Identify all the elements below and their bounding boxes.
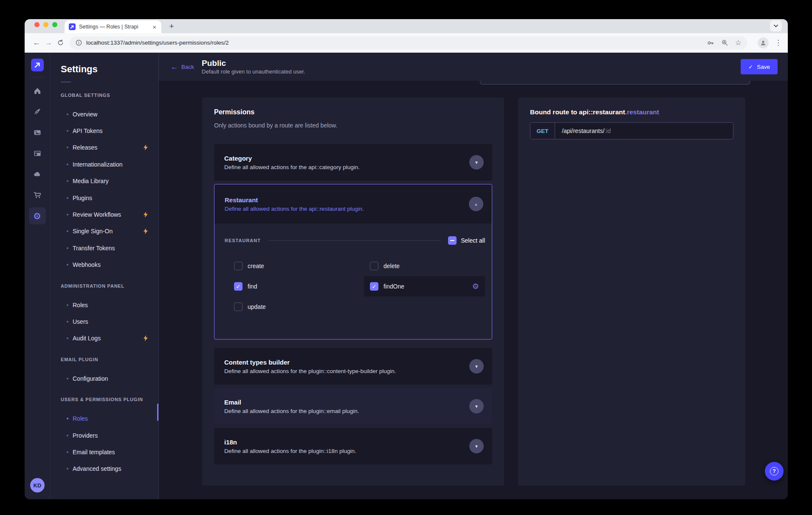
update-checkbox[interactable]: [234, 303, 242, 311]
accordion-email: Email Define all allowed actions for the…: [214, 388, 492, 424]
user-avatar[interactable]: KD: [30, 478, 45, 492]
accordion-category-header[interactable]: Category Define all allowed actions for …: [214, 144, 492, 181]
page-header: ← Back Public Default role given to unau…: [159, 53, 788, 81]
rail-divider: [30, 77, 45, 77]
select-all-control[interactable]: Select all: [448, 236, 485, 245]
check-icon: ✓: [748, 64, 753, 70]
lightning-icon: [143, 228, 148, 234]
save-button[interactable]: ✓ Save: [741, 59, 778, 74]
sidebar-item-admin-roles[interactable]: Roles: [61, 297, 149, 313]
bullet: [67, 197, 68, 199]
accordion-category: Category Define all allowed actions for …: [214, 144, 492, 181]
accordion-i18n-header[interactable]: i18n Define all allowed actions for the …: [214, 428, 492, 464]
section-label: USERS & PERMISSIONS PLUGIN: [61, 397, 158, 404]
chevron-up-icon[interactable]: ▲: [469, 197, 483, 211]
action-findone[interactable]: ✓ findOne ⚙: [364, 276, 485, 297]
findone-checkbox[interactable]: ✓: [370, 282, 378, 291]
fullscreen-window-button[interactable]: [52, 22, 57, 27]
bullet: [67, 451, 68, 453]
bullet: [67, 378, 68, 379]
action-find[interactable]: ✓ find: [234, 276, 370, 297]
http-method-badge: GET: [530, 123, 555, 139]
find-checkbox[interactable]: ✓: [234, 282, 242, 291]
subnav-title: Settings: [61, 64, 158, 75]
address-bar[interactable]: localhost:1337/admin/settings/users-perm…: [70, 37, 747, 49]
sidebar-item-providers[interactable]: Providers: [61, 427, 149, 444]
accordion-email-header[interactable]: Email Define all allowed actions for the…: [214, 388, 492, 424]
sidebar-item-audit-logs[interactable]: Audit Logs: [61, 330, 149, 347]
cloud-icon[interactable]: [29, 166, 46, 183]
settings-subnav: Settings GLOBAL SETTINGS Overview API To…: [50, 53, 159, 499]
sidebar-item-review-workflows[interactable]: Review Workflows: [61, 206, 149, 223]
strapi-logo[interactable]: [31, 59, 44, 71]
section-email-plugin: EMAIL PLUGIN Configuration: [61, 357, 158, 387]
chevron-down-icon[interactable]: ▼: [469, 439, 484, 453]
forward-nav-button[interactable]: →: [42, 37, 54, 49]
media-library-icon[interactable]: [29, 124, 46, 141]
browser-profile-avatar[interactable]: [758, 37, 769, 48]
restaurant-permissions-body: RESTAURANT Select all: [214, 224, 492, 339]
chevron-down-icon[interactable]: ▼: [469, 155, 484, 170]
route-path: /api/restaurants/:id: [555, 127, 611, 134]
sidebar-item-releases[interactable]: Releases: [61, 139, 149, 156]
content-type-builder-icon[interactable]: [29, 145, 46, 162]
sidebar-item-plugins[interactable]: Plugins: [61, 190, 149, 206]
sidebar-item-overview[interactable]: Overview: [61, 106, 149, 122]
help-button[interactable]: ?: [765, 462, 784, 481]
action-update[interactable]: update: [234, 297, 370, 317]
minimize-window-button[interactable]: [43, 22, 48, 27]
section-administration-panel: ADMINISTRATION PANEL Roles Users Audit L…: [61, 283, 158, 347]
password-key-icon[interactable]: [707, 39, 714, 47]
bullet: [67, 435, 68, 436]
chevron-down-icon[interactable]: ▼: [469, 359, 484, 374]
browser-menu-icon[interactable]: ⋮: [775, 38, 782, 47]
back-link[interactable]: ← Back: [171, 63, 194, 71]
chevron-down-icon[interactable]: ▼: [469, 399, 484, 413]
sidebar-item-advanced-settings[interactable]: Advanced settings: [61, 461, 149, 477]
select-all-checkbox[interactable]: [448, 236, 457, 245]
sidebar-item-single-sign-on[interactable]: Single Sign-On: [61, 223, 149, 240]
new-tab-button[interactable]: +: [166, 21, 177, 31]
bullet: [67, 214, 68, 215]
browser-tab[interactable]: Settings — Roles | Strapi ×: [65, 20, 161, 33]
sidebar-item-email-templates[interactable]: Email templates: [61, 444, 149, 460]
back-arrow-icon: ←: [171, 63, 178, 71]
bullet: [67, 337, 68, 339]
sidebar-item-api-tokens[interactable]: API Tokens: [61, 122, 149, 139]
url-text[interactable]: localhost:1337/admin/settings/users-perm…: [86, 40, 702, 46]
action-create[interactable]: create: [234, 256, 370, 276]
sidebar-item-transfer-tokens[interactable]: Transfer Tokens: [61, 240, 149, 256]
settings-gear-icon[interactable]: ⚙: [29, 207, 46, 224]
section-label: ADMINISTRATION PANEL: [61, 283, 158, 290]
action-delete[interactable]: delete: [370, 256, 485, 276]
sidebar-item-webhooks[interactable]: Webhooks: [61, 257, 149, 273]
tab-search-button[interactable]: [770, 20, 782, 31]
section-global-settings: GLOBAL SETTINGS Overview API Tokens Rele…: [61, 93, 158, 273]
marketplace-cart-icon[interactable]: [29, 187, 46, 204]
strapi-admin: ⚙ KD Settings GLOBAL SETTINGS Overview A…: [25, 53, 788, 499]
zoom-icon[interactable]: [721, 39, 728, 46]
close-window-button[interactable]: [34, 22, 39, 27]
bookmark-star-icon[interactable]: ☆: [735, 39, 742, 46]
delete-checkbox[interactable]: [370, 262, 378, 270]
group-label: RESTAURANT: [225, 238, 261, 243]
content-manager-pen-icon[interactable]: [29, 103, 46, 120]
sidebar-item-media-library[interactable]: Media Library: [61, 173, 149, 190]
tab-close-icon[interactable]: ×: [152, 23, 157, 31]
accordion-restaurant-header[interactable]: Restaurant Define all allowed actions fo…: [214, 184, 492, 224]
home-icon[interactable]: [29, 82, 46, 99]
sidebar-item-up-roles[interactable]: Roles: [61, 410, 149, 427]
site-info-icon[interactable]: [76, 40, 82, 46]
accordion-ctb-header[interactable]: Content types builder Define all allowed…: [214, 348, 492, 385]
back-nav-button[interactable]: ←: [31, 37, 42, 49]
back-label: Back: [181, 64, 194, 70]
advanced-settings-gear-icon[interactable]: ⚙: [472, 283, 479, 290]
sidebar-item-admin-users[interactable]: Users: [61, 313, 149, 330]
sidebar-item-internationalization[interactable]: Internationalization: [61, 156, 149, 173]
sidebar-item-configuration[interactable]: Configuration: [61, 370, 149, 387]
reload-button[interactable]: [54, 37, 66, 49]
permissions-subtitle: Only actions bound by a route are listed…: [214, 122, 492, 129]
main-content: ← Back Public Default role given to unau…: [159, 53, 788, 499]
create-checkbox[interactable]: [234, 262, 242, 270]
macos-window-controls[interactable]: [34, 22, 57, 27]
